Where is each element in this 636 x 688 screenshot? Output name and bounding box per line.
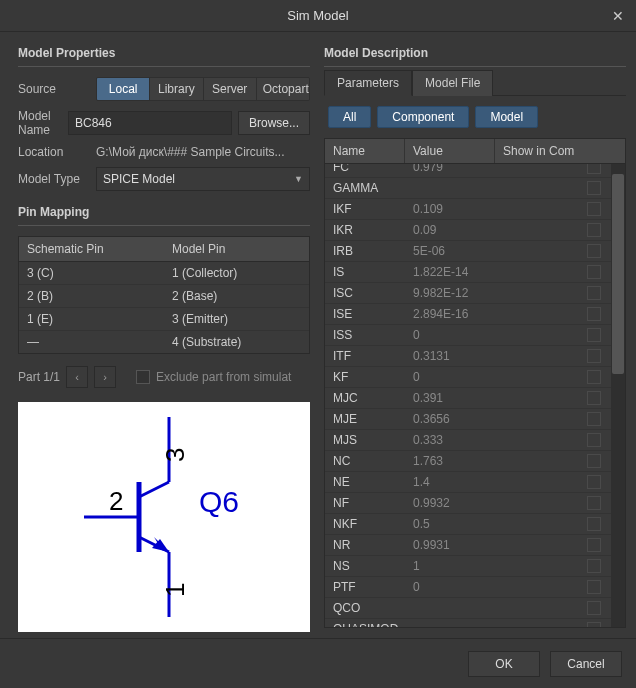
param-row[interactable]: FC0.979 [325, 164, 611, 178]
param-name-cell: MJS [325, 430, 405, 450]
show-checkbox[interactable] [587, 202, 601, 216]
show-checkbox[interactable] [587, 538, 601, 552]
param-row[interactable]: ISS0 [325, 325, 611, 346]
source-segmented: Local Library Server Octopart [96, 77, 310, 101]
tab-model-file[interactable]: Model File [412, 70, 493, 96]
filter-model-button[interactable]: Model [475, 106, 538, 128]
browse-button[interactable]: Browse... [238, 111, 310, 135]
source-local[interactable]: Local [97, 78, 150, 100]
show-checkbox[interactable] [587, 307, 601, 321]
param-name-cell: PTF [325, 577, 405, 597]
cancel-button[interactable]: Cancel [550, 651, 622, 677]
param-show-cell [495, 241, 611, 261]
show-checkbox[interactable] [587, 622, 601, 627]
show-checkbox[interactable] [587, 433, 601, 447]
show-checkbox[interactable] [587, 475, 601, 489]
pin-mdl-cell: 2 (Base) [164, 285, 309, 307]
show-checkbox[interactable] [587, 496, 601, 510]
param-header-show[interactable]: Show in Com [495, 139, 625, 163]
show-checkbox[interactable] [587, 244, 601, 258]
part-prev-button[interactable]: ‹ [66, 366, 88, 388]
pin-row[interactable]: —4 (Substrate) [19, 331, 309, 353]
filter-all-button[interactable]: All [328, 106, 371, 128]
param-row[interactable]: ISE2.894E-16 [325, 304, 611, 325]
close-icon: ✕ [612, 8, 624, 24]
param-value-cell: 0 [405, 577, 495, 597]
param-row[interactable]: IS1.822E-14 [325, 262, 611, 283]
pin-row[interactable]: 2 (B)2 (Base) [19, 285, 309, 308]
source-library[interactable]: Library [150, 78, 203, 100]
param-name-cell: IKR [325, 220, 405, 240]
param-row[interactable]: ISC9.982E-12 [325, 283, 611, 304]
param-row[interactable]: KF0 [325, 367, 611, 388]
parameters-scrollbar[interactable] [611, 164, 625, 627]
param-row[interactable]: NS1 [325, 556, 611, 577]
param-row[interactable]: QUASIMOD [325, 619, 611, 627]
show-checkbox[interactable] [587, 286, 601, 300]
location-label: Location [18, 145, 90, 159]
param-row[interactable]: IKR0.09 [325, 220, 611, 241]
param-row[interactable]: MJE0.3656 [325, 409, 611, 430]
show-checkbox[interactable] [587, 391, 601, 405]
param-name-cell: ISS [325, 325, 405, 345]
filter-component-button[interactable]: Component [377, 106, 469, 128]
pin-row[interactable]: 1 (E)3 (Emitter) [19, 308, 309, 331]
show-checkbox[interactable] [587, 164, 601, 174]
param-row[interactable]: QCO [325, 598, 611, 619]
close-button[interactable]: ✕ [608, 6, 628, 26]
param-row[interactable]: PTF0 [325, 577, 611, 598]
show-checkbox[interactable] [587, 580, 601, 594]
show-checkbox[interactable] [587, 559, 601, 573]
show-checkbox[interactable] [587, 454, 601, 468]
pin-row[interactable]: 3 (C)1 (Collector) [19, 262, 309, 285]
param-header-name[interactable]: Name [325, 139, 405, 163]
param-name-cell: MJE [325, 409, 405, 429]
show-checkbox[interactable] [587, 370, 601, 384]
param-row[interactable]: MJS0.333 [325, 430, 611, 451]
param-row[interactable]: NF0.9932 [325, 493, 611, 514]
schematic-preview: 3 2 1 Q6 [18, 402, 310, 632]
param-row[interactable]: NC1.763 [325, 451, 611, 472]
part-next-button[interactable]: › [94, 366, 116, 388]
param-row[interactable]: NE1.4 [325, 472, 611, 493]
param-row[interactable]: NR0.9931 [325, 535, 611, 556]
scrollbar-thumb[interactable] [612, 174, 624, 374]
pin-sch-cell: 3 (C) [19, 262, 164, 284]
param-header-value[interactable]: Value [405, 139, 495, 163]
pin-header-model[interactable]: Model Pin [164, 237, 309, 261]
param-row[interactable]: NKF0.5 [325, 514, 611, 535]
param-row[interactable]: IKF0.109 [325, 199, 611, 220]
tab-parameters[interactable]: Parameters [324, 70, 412, 96]
param-value-cell: 1.4 [405, 472, 495, 492]
show-checkbox[interactable] [587, 181, 601, 195]
show-checkbox[interactable] [587, 601, 601, 615]
show-checkbox[interactable] [587, 223, 601, 237]
source-server[interactable]: Server [204, 78, 257, 100]
show-checkbox[interactable] [587, 328, 601, 342]
show-checkbox[interactable] [587, 265, 601, 279]
param-name-cell: NR [325, 535, 405, 555]
model-name-input[interactable] [68, 111, 232, 135]
pin-header-schematic[interactable]: Schematic Pin [19, 237, 164, 261]
param-value-cell: 2.894E-16 [405, 304, 495, 324]
param-row[interactable]: IRB5E-06 [325, 241, 611, 262]
param-row[interactable]: GAMMA [325, 178, 611, 199]
model-type-select[interactable]: SPICE Model ▼ [96, 167, 310, 191]
pin-sch-cell: 2 (B) [19, 285, 164, 307]
param-row[interactable]: ITF0.3131 [325, 346, 611, 367]
param-show-cell [495, 619, 611, 627]
param-name-cell: IKF [325, 199, 405, 219]
param-row[interactable]: MJC0.391 [325, 388, 611, 409]
param-show-cell [495, 164, 611, 177]
source-octopart[interactable]: Octopart [257, 78, 309, 100]
svg-text:Q6: Q6 [199, 485, 239, 518]
ok-button[interactable]: OK [468, 651, 540, 677]
show-checkbox[interactable] [587, 349, 601, 363]
source-label: Source [18, 82, 90, 96]
exclude-checkbox[interactable] [136, 370, 150, 384]
param-value-cell: 0.979 [405, 164, 495, 177]
show-checkbox[interactable] [587, 412, 601, 426]
show-checkbox[interactable] [587, 517, 601, 531]
param-name-cell: NC [325, 451, 405, 471]
pin-sch-cell: — [19, 331, 164, 353]
